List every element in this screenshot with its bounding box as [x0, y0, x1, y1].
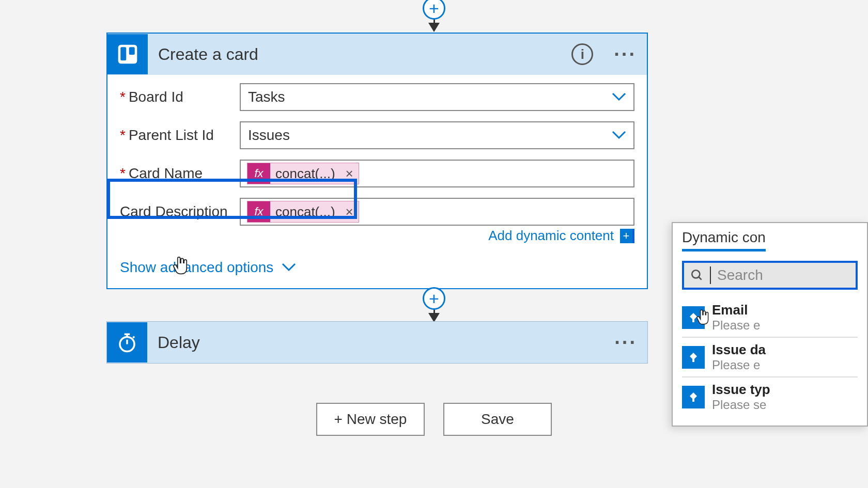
add-dynamic-content-link[interactable]: Add dynamic content + — [120, 228, 634, 244]
bottom-toolbar: + New step Save — [316, 403, 552, 436]
add-dynamic-content-label: Add dynamic content — [488, 228, 614, 244]
card-description-label: Card Description — [120, 203, 240, 220]
required-asterisk: * — [120, 127, 126, 144]
tab-dynamic-content[interactable]: Dynamic con — [682, 229, 766, 251]
save-button[interactable]: Save — [443, 403, 552, 436]
item-subtitle: Please se — [712, 398, 770, 412]
parent-list-id-label-text: Parent List Id — [129, 127, 214, 144]
card-name-label: * Card Name — [120, 165, 240, 182]
timer-icon — [107, 322, 147, 363]
item-title: Email — [712, 302, 760, 318]
connector-middle: + — [423, 287, 445, 322]
search-placeholder: Search — [717, 267, 763, 284]
dynamic-content-item-text: Issue typ Please se — [712, 382, 770, 412]
more-menu-button[interactable]: ··· — [614, 332, 637, 354]
svg-rect-2 — [129, 47, 135, 55]
parent-list-id-value: Issues — [248, 127, 290, 144]
dynamic-content-item-text: Issue da Please e — [712, 342, 766, 372]
board-id-row: * Board Id Tasks — [120, 83, 634, 111]
chevron-down-icon — [612, 131, 626, 140]
svg-rect-10 — [692, 319, 694, 322]
delay-header[interactable]: Delay ··· — [107, 322, 647, 363]
show-advanced-options-link[interactable]: Show advanced options — [120, 259, 296, 276]
token-remove-button[interactable]: × — [340, 201, 359, 222]
board-id-label: * Board Id — [120, 89, 240, 105]
new-step-button[interactable]: + New step — [316, 403, 425, 436]
dynamic-content-item[interactable]: Issue da Please e — [682, 338, 858, 377]
delay-title: Delay — [147, 333, 614, 352]
plus-icon: + — [620, 229, 634, 243]
forms-icon — [682, 306, 705, 329]
info-icon[interactable]: i — [571, 43, 593, 65]
card-name-label-text: Card Name — [129, 165, 203, 182]
create-card-title: Create a card — [148, 45, 571, 64]
chevron-down-icon — [612, 92, 626, 102]
svg-point-8 — [692, 270, 700, 278]
more-menu-button[interactable]: ··· — [614, 43, 637, 66]
expression-token[interactable]: fx concat(...) × — [247, 163, 359, 184]
svg-rect-1 — [120, 47, 126, 60]
add-step-button[interactable]: + — [423, 287, 445, 310]
parent-list-id-dropdown[interactable]: Issues — [240, 121, 634, 149]
text-caret — [710, 266, 711, 284]
item-title: Issue da — [712, 342, 766, 358]
create-card-action: Create a card i ··· * Board Id Tasks * P… — [106, 33, 648, 289]
card-description-input[interactable]: fx concat(...) × — [240, 198, 634, 226]
item-title: Issue typ — [712, 382, 770, 398]
expression-token[interactable]: fx concat(...) × — [247, 201, 359, 223]
chevron-down-icon — [282, 263, 296, 272]
forms-icon — [682, 346, 705, 369]
item-subtitle: Please e — [712, 318, 760, 333]
dynamic-content-item[interactable]: Email Please e — [682, 298, 858, 338]
create-card-header[interactable]: Create a card i ··· — [107, 34, 647, 75]
card-description-label-text: Card Description — [120, 203, 228, 220]
item-subtitle: Please e — [712, 358, 766, 372]
required-asterisk: * — [120, 89, 126, 105]
add-step-button[interactable]: + — [423, 0, 445, 20]
required-asterisk: * — [120, 165, 126, 182]
parent-list-id-label: * Parent List Id — [120, 127, 240, 144]
dynamic-content-item-text: Email Please e — [712, 302, 760, 333]
board-id-label-text: Board Id — [129, 89, 183, 105]
delay-action: Delay ··· — [106, 321, 648, 364]
parent-list-id-row: * Parent List Id Issues — [120, 121, 634, 149]
card-description-row: Card Description fx concat(...) × — [120, 198, 634, 226]
token-label: concat(...) — [270, 163, 340, 184]
fx-icon: fx — [247, 201, 270, 222]
svg-line-9 — [699, 277, 701, 279]
forms-icon — [682, 386, 705, 408]
token-label: concat(...) — [270, 201, 340, 222]
trello-icon — [107, 34, 148, 74]
flyout-search-input[interactable]: Search — [682, 261, 858, 290]
card-name-input[interactable]: fx concat(...) × — [240, 160, 634, 187]
board-id-dropdown[interactable]: Tasks — [240, 83, 634, 111]
board-id-value: Tasks — [248, 89, 285, 105]
create-card-body: * Board Id Tasks * Parent List Id Issues — [107, 75, 647, 288]
svg-rect-11 — [692, 359, 694, 362]
search-icon — [690, 269, 704, 282]
token-remove-button[interactable]: × — [340, 163, 359, 184]
svg-rect-12 — [692, 399, 694, 402]
show-advanced-options-label: Show advanced options — [120, 259, 273, 276]
flyout-tabs: Dynamic con — [682, 229, 858, 251]
connector-top: + — [423, 0, 445, 32]
dynamic-content-flyout: Dynamic con Search Email Please e Issue … — [672, 222, 868, 427]
svg-line-7 — [133, 337, 134, 338]
dynamic-content-item[interactable]: Issue typ Please se — [682, 377, 858, 416]
arrowhead-icon — [428, 23, 440, 32]
fx-icon: fx — [247, 163, 270, 184]
card-name-row: * Card Name fx concat(...) × — [120, 160, 634, 187]
